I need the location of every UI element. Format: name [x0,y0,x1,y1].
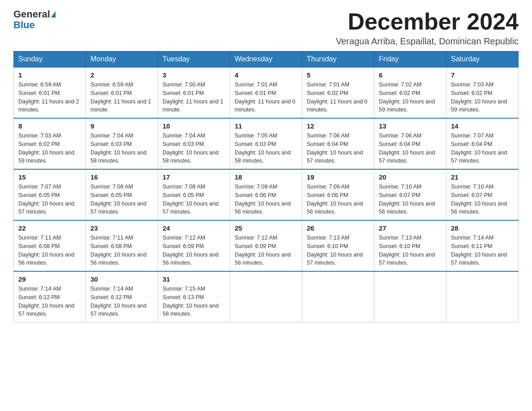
calendar-cell [230,271,302,322]
calendar-cell: 17Sunrise: 7:08 AMSunset: 6:05 PMDayligh… [158,169,230,220]
calendar-cell: 9Sunrise: 7:04 AMSunset: 6:03 PMDaylight… [86,118,158,169]
day-info: Sunrise: 6:59 AMSunset: 6:01 PMDaylight:… [90,81,153,114]
day-info: Sunrise: 6:59 AMSunset: 6:01 PMDaylight:… [18,81,81,114]
calendar-cell [302,271,374,322]
calendar-cell: 1Sunrise: 6:59 AMSunset: 6:01 PMDaylight… [14,67,86,118]
header-day-monday: Monday [86,51,158,68]
day-number: 23 [90,224,153,232]
calendar-cell: 26Sunrise: 7:13 AMSunset: 6:10 PMDayligh… [302,220,374,271]
day-info: Sunrise: 7:08 AMSunset: 6:05 PMDaylight:… [90,183,153,216]
calendar-cell: 5Sunrise: 7:01 AMSunset: 6:02 PMDaylight… [302,67,374,118]
day-info: Sunrise: 7:10 AMSunset: 6:07 PMDaylight:… [451,183,514,216]
page-header: General Blue December 2024 Veragua Arrib… [13,9,519,47]
day-info: Sunrise: 7:07 AMSunset: 6:04 PMDaylight:… [451,132,514,165]
calendar-cell: 12Sunrise: 7:06 AMSunset: 6:04 PMDayligh… [302,118,374,169]
day-info: Sunrise: 7:02 AMSunset: 6:02 PMDaylight:… [379,81,442,114]
day-number: 24 [163,224,225,232]
day-info: Sunrise: 7:07 AMSunset: 6:05 PMDaylight:… [18,183,81,216]
calendar-cell: 15Sunrise: 7:07 AMSunset: 6:05 PMDayligh… [14,169,86,220]
calendar-cell: 7Sunrise: 7:03 AMSunset: 6:02 PMDaylight… [446,67,519,118]
calendar-cell: 8Sunrise: 7:03 AMSunset: 6:02 PMDaylight… [14,118,86,169]
day-number: 20 [379,173,442,181]
day-info: Sunrise: 7:04 AMSunset: 6:03 PMDaylight:… [90,132,153,165]
logo-blue-text: Blue [13,19,35,30]
day-info: Sunrise: 7:13 AMSunset: 6:10 PMDaylight:… [307,234,369,267]
week-row-4: 22Sunrise: 7:11 AMSunset: 6:08 PMDayligh… [14,220,519,271]
day-info: Sunrise: 7:05 AMSunset: 6:03 PMDaylight:… [235,132,297,165]
day-number: 27 [379,224,442,232]
calendar-table: SundayMondayTuesdayWednesdayThursdayFrid… [13,51,519,322]
day-number: 15 [18,173,81,181]
week-row-1: 1Sunrise: 6:59 AMSunset: 6:01 PMDaylight… [14,67,519,118]
calendar-cell: 11Sunrise: 7:05 AMSunset: 6:03 PMDayligh… [230,118,302,169]
day-number: 17 [163,173,225,181]
calendar-cell [374,271,446,322]
day-number: 19 [307,173,369,181]
day-info: Sunrise: 7:10 AMSunset: 6:07 PMDaylight:… [379,183,442,216]
calendar-cell: 4Sunrise: 7:01 AMSunset: 6:01 PMDaylight… [230,67,302,118]
title-block: December 2024 Veragua Arriba, Espaillat,… [336,9,519,47]
day-info: Sunrise: 7:09 AMSunset: 6:06 PMDaylight:… [307,183,369,216]
day-number: 8 [18,122,81,130]
day-info: Sunrise: 7:08 AMSunset: 6:05 PMDaylight:… [163,183,225,216]
calendar-cell: 21Sunrise: 7:10 AMSunset: 6:07 PMDayligh… [446,169,519,220]
calendar-cell: 29Sunrise: 7:14 AMSunset: 6:12 PMDayligh… [14,271,86,322]
calendar-cell: 24Sunrise: 7:12 AMSunset: 6:09 PMDayligh… [158,220,230,271]
calendar-cell: 22Sunrise: 7:11 AMSunset: 6:08 PMDayligh… [14,220,86,271]
calendar-cell: 25Sunrise: 7:12 AMSunset: 6:09 PMDayligh… [230,220,302,271]
calendar-cell: 16Sunrise: 7:08 AMSunset: 6:05 PMDayligh… [86,169,158,220]
day-info: Sunrise: 7:12 AMSunset: 6:09 PMDaylight:… [235,234,297,267]
calendar-cell: 30Sunrise: 7:14 AMSunset: 6:12 PMDayligh… [86,271,158,322]
week-row-3: 15Sunrise: 7:07 AMSunset: 6:05 PMDayligh… [14,169,519,220]
header-day-thursday: Thursday [302,51,374,68]
header-row: SundayMondayTuesdayWednesdayThursdayFrid… [14,51,519,68]
calendar-cell [446,271,519,322]
day-info: Sunrise: 7:04 AMSunset: 6:03 PMDaylight:… [163,132,225,165]
day-number: 7 [451,71,514,79]
day-number: 4 [235,71,297,79]
day-number: 12 [307,122,369,130]
day-number: 25 [235,224,297,232]
calendar-cell: 20Sunrise: 7:10 AMSunset: 6:07 PMDayligh… [374,169,446,220]
day-number: 29 [18,275,81,283]
calendar-body: 1Sunrise: 6:59 AMSunset: 6:01 PMDaylight… [14,67,519,322]
calendar-header: SundayMondayTuesdayWednesdayThursdayFrid… [14,51,519,68]
calendar-cell: 2Sunrise: 6:59 AMSunset: 6:01 PMDaylight… [86,67,158,118]
calendar-cell: 13Sunrise: 7:06 AMSunset: 6:04 PMDayligh… [374,118,446,169]
week-row-5: 29Sunrise: 7:14 AMSunset: 6:12 PMDayligh… [14,271,519,322]
calendar-cell: 27Sunrise: 7:13 AMSunset: 6:10 PMDayligh… [374,220,446,271]
day-number: 9 [90,122,153,130]
calendar-cell: 28Sunrise: 7:14 AMSunset: 6:11 PMDayligh… [446,220,519,271]
day-number: 31 [163,275,225,283]
week-row-2: 8Sunrise: 7:03 AMSunset: 6:02 PMDaylight… [14,118,519,169]
day-number: 14 [451,122,514,130]
day-number: 18 [235,173,297,181]
calendar-cell: 6Sunrise: 7:02 AMSunset: 6:02 PMDaylight… [374,67,446,118]
day-number: 6 [379,71,442,79]
header-day-friday: Friday [374,51,446,68]
logo-triangle-icon [51,11,56,17]
calendar-cell: 18Sunrise: 7:09 AMSunset: 6:06 PMDayligh… [230,169,302,220]
day-number: 16 [90,173,153,181]
day-info: Sunrise: 7:06 AMSunset: 6:04 PMDaylight:… [307,132,369,165]
day-info: Sunrise: 7:12 AMSunset: 6:09 PMDaylight:… [163,234,225,267]
day-info: Sunrise: 7:14 AMSunset: 6:11 PMDaylight:… [451,234,514,267]
day-info: Sunrise: 7:14 AMSunset: 6:12 PMDaylight:… [18,285,81,318]
calendar-cell: 10Sunrise: 7:04 AMSunset: 6:03 PMDayligh… [158,118,230,169]
day-info: Sunrise: 7:00 AMSunset: 6:01 PMDaylight:… [163,81,225,114]
day-info: Sunrise: 7:03 AMSunset: 6:02 PMDaylight:… [18,132,81,165]
day-number: 13 [379,122,442,130]
day-number: 26 [307,224,369,232]
day-number: 3 [163,71,225,79]
header-day-wednesday: Wednesday [230,51,302,68]
location-text: Veragua Arriba, Espaillat, Dominican Rep… [336,36,519,47]
day-info: Sunrise: 7:01 AMSunset: 6:01 PMDaylight:… [235,81,297,114]
calendar-cell: 31Sunrise: 7:15 AMSunset: 6:13 PMDayligh… [158,271,230,322]
header-day-saturday: Saturday [446,51,519,68]
logo: General Blue [13,9,56,30]
logo-general-text: General [13,9,50,20]
day-info: Sunrise: 7:14 AMSunset: 6:12 PMDaylight:… [90,285,153,318]
day-info: Sunrise: 7:15 AMSunset: 6:13 PMDaylight:… [163,285,225,318]
day-number: 11 [235,122,297,130]
day-info: Sunrise: 7:13 AMSunset: 6:10 PMDaylight:… [379,234,442,267]
